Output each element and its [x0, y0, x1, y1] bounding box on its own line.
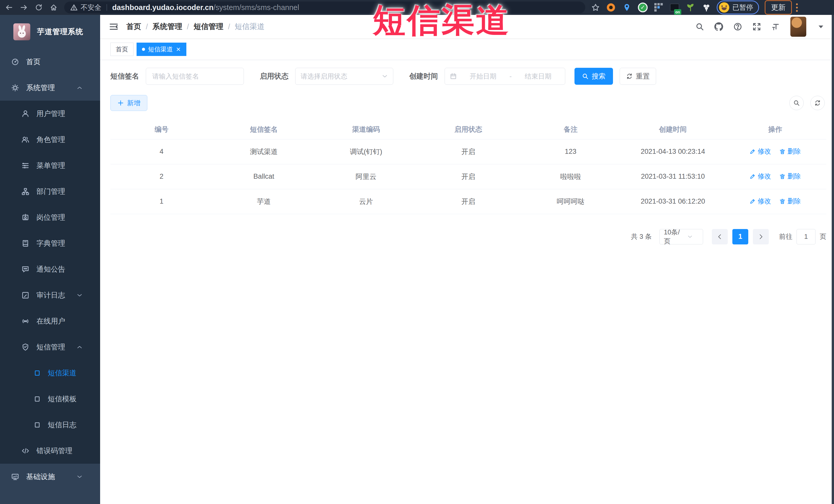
browser-forward-icon[interactable]	[18, 2, 30, 13]
extension-grid-icon[interactable]	[654, 2, 664, 13]
extensions-row: ✓ on	[606, 2, 711, 13]
sidebar-item-8[interactable]: 通知公告	[0, 256, 100, 282]
edit-link[interactable]: 修改	[749, 147, 771, 156]
date-range-picker[interactable]: 开始日期 - 结束日期	[445, 68, 565, 85]
extension-sprout-icon[interactable]	[685, 2, 696, 13]
table-header-row: 编号短信签名渠道编码启用状态备注创建时间操作	[110, 119, 826, 139]
browser-back-icon[interactable]	[3, 2, 15, 13]
page-size-select[interactable]: 10条/页	[659, 229, 703, 244]
browser-menu-icon[interactable]	[796, 3, 798, 12]
current-page[interactable]: 1	[732, 229, 748, 244]
delete-link[interactable]: 删除	[779, 172, 801, 181]
sidebar-item-6[interactable]: 岗位管理	[0, 204, 100, 230]
extension-switch-icon[interactable]: on	[670, 2, 680, 13]
prev-page-button[interactable]	[712, 229, 728, 244]
browser-update-button[interactable]: 更新	[765, 0, 792, 15]
sidebar-item-label: 部门管理	[37, 187, 65, 196]
date-end[interactable]: 结束日期	[516, 72, 560, 81]
sidebar-item-label: 系统管理	[26, 83, 55, 93]
next-page-button[interactable]	[753, 229, 769, 244]
breadcrumb-separator: /	[187, 23, 189, 31]
hamburger-icon[interactable]	[109, 22, 118, 31]
github-icon[interactable]	[715, 22, 723, 31]
sidebar-item-7[interactable]: 字典管理	[0, 230, 100, 256]
extension-pin-icon[interactable]	[622, 2, 632, 13]
column-header: 创建时间	[622, 119, 724, 139]
active-tab-dot	[142, 48, 145, 51]
sidebar-item-label: 短信模板	[48, 394, 76, 404]
help-icon[interactable]	[733, 22, 742, 31]
extension-orange-icon[interactable]	[606, 2, 616, 13]
search-button[interactable]: 搜索	[574, 68, 613, 85]
sidebar-item-label: 短信管理	[37, 342, 65, 352]
breadcrumb-item[interactable]: 短信管理	[194, 22, 223, 32]
tab-0[interactable]: 首页	[110, 43, 133, 56]
user-avatar[interactable]	[790, 17, 806, 37]
tab-1[interactable]: 短信渠道	[136, 43, 186, 56]
breadcrumb-item[interactable]: 首页	[126, 22, 141, 32]
breadcrumb-item[interactable]: 系统管理	[152, 22, 182, 32]
sidebar-item-11[interactable]: 短信管理	[0, 334, 100, 360]
goto-page-input[interactable]	[796, 229, 815, 244]
delete-link[interactable]: 删除	[779, 197, 801, 206]
sidebar-item-14[interactable]: 短信日志	[0, 412, 100, 438]
chevron-down-icon	[76, 474, 83, 480]
tab-label: 首页	[116, 45, 128, 53]
square-icon	[34, 396, 41, 402]
extension-check-icon[interactable]: ✓	[638, 2, 648, 13]
sidebar-item-9[interactable]: 审计日志	[0, 282, 100, 308]
extension-puzzle-icon[interactable]	[701, 2, 711, 13]
cell-sign: 芋道	[213, 189, 315, 214]
sidebar-item-3[interactable]: 角色管理	[0, 127, 100, 153]
delete-link[interactable]: 删除	[779, 147, 801, 156]
cell-no: 2	[110, 164, 213, 189]
sidebar-item-12[interactable]: 短信渠道	[0, 360, 100, 386]
edit-link[interactable]: 修改	[749, 172, 771, 181]
browser-toolbar: 不安全 dashboard.yudao.iocoder.cn/system/sm…	[0, 0, 834, 15]
sidebar-item-2[interactable]: 用户管理	[0, 101, 100, 127]
paused-badge[interactable]: 已暂停	[717, 1, 759, 14]
sidebar-item-16[interactable]: 基础设施	[0, 464, 100, 490]
monitor-icon	[11, 473, 19, 481]
refresh-table-button[interactable]	[810, 96, 825, 110]
sidebar-menu: 首页系统管理用户管理角色管理菜单管理部门管理岗位管理字典管理通知公告审计日志在线…	[0, 49, 100, 490]
status-select[interactable]: 请选择启用状态	[295, 68, 393, 85]
tree-table-icon	[22, 162, 29, 170]
browser-home-icon[interactable]	[48, 2, 60, 13]
sidebar-item-10[interactable]: 在线用户	[0, 308, 100, 334]
browser-reload-icon[interactable]	[33, 2, 45, 13]
sidebar-item-0[interactable]: 首页	[0, 49, 100, 75]
search-icon[interactable]	[695, 22, 704, 31]
sidebar-item-5[interactable]: 部门管理	[0, 178, 100, 204]
bookmark-star-icon[interactable]	[589, 1, 602, 14]
toggle-search-button[interactable]	[789, 96, 804, 110]
scrollbar[interactable]	[832, 15, 834, 504]
edit-icon	[749, 198, 756, 204]
app-logo[interactable]: 芋道管理系统	[0, 15, 100, 49]
column-header: 启用状态	[417, 119, 519, 139]
sidebar-item-13[interactable]: 短信模板	[0, 386, 100, 412]
font-size-icon[interactable]	[771, 22, 780, 31]
edit-link[interactable]: 修改	[749, 197, 771, 206]
sidebar-item-15[interactable]: 错误码管理	[0, 438, 100, 464]
address-bar[interactable]: 不安全 dashboard.yudao.iocoder.cn/system/sm…	[64, 2, 585, 13]
logo-image	[13, 23, 30, 40]
sidebar-item-4[interactable]: 菜单管理	[0, 153, 100, 178]
sms-channel-table: 编号短信签名渠道编码启用状态备注创建时间操作 4测试渠道调试(钉钉)开启1232…	[110, 119, 826, 214]
caret-down-icon[interactable]	[816, 22, 825, 31]
sidebar-item-label: 短信日志	[48, 420, 76, 430]
sidebar-item-1[interactable]: 系统管理	[0, 75, 100, 101]
add-button[interactable]: 新增	[110, 95, 147, 111]
square-icon	[34, 370, 41, 376]
omnibox-divider	[107, 4, 107, 11]
fullscreen-icon[interactable]	[752, 22, 761, 31]
reset-button[interactable]: 重置	[620, 68, 656, 85]
cell-actions: 修改删除	[724, 139, 826, 164]
date-start[interactable]: 开始日期	[461, 72, 505, 81]
trash-icon	[779, 148, 786, 155]
sidebar-item-label: 用户管理	[37, 109, 65, 118]
sign-input[interactable]	[146, 68, 244, 85]
sidebar-item-label: 在线用户	[37, 316, 65, 326]
breadcrumb: 首页/系统管理/短信管理/短信渠道	[126, 22, 264, 32]
close-icon[interactable]	[176, 47, 181, 52]
